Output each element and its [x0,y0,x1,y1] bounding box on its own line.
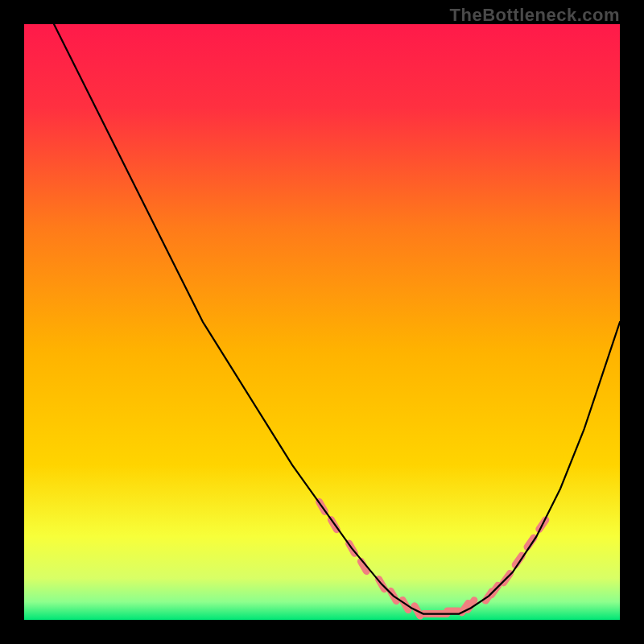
watermark-text: TheBottleneck.com [450,5,620,26]
chart-svg [24,24,620,620]
chart-frame: TheBottleneck.com [0,0,644,644]
plot-area [24,24,620,620]
marker-group [320,502,546,616]
